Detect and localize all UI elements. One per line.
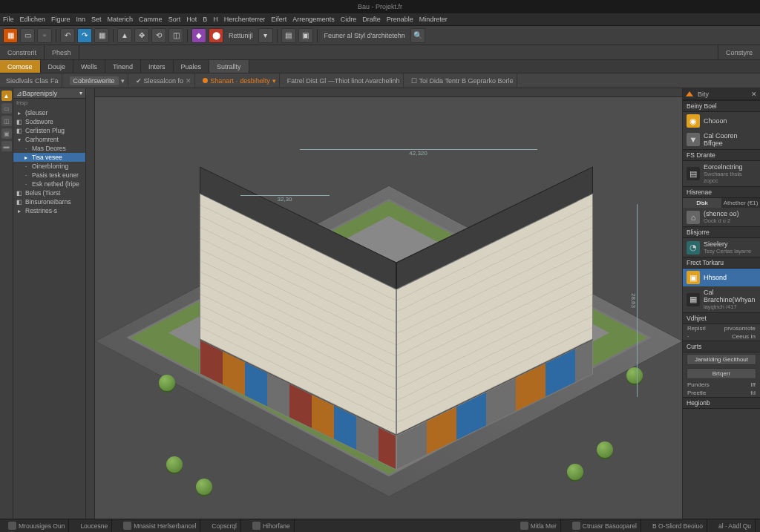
chevron-down-icon[interactable]: ▾ xyxy=(272,77,276,85)
material-icon[interactable]: ◆ xyxy=(191,28,206,43)
menu-item[interactable]: B xyxy=(203,16,207,23)
panel-row[interactable]: ▼Cal Cooren Bffqee xyxy=(683,130,760,149)
record-icon[interactable]: ⬤ xyxy=(209,28,223,43)
property-field[interactable]: Preetlefd xyxy=(683,389,760,397)
panel-row[interactable]: ▤EorcelnctringSwchaare thsla zopcc xyxy=(683,161,760,186)
scale-icon[interactable]: ◫ xyxy=(168,28,183,43)
tree-item[interactable]: ▸Tisa vesee xyxy=(13,153,85,162)
ribbon-tab[interactable]: Douje xyxy=(41,60,74,73)
properties-panel: Bity ✕ Beiny Boel ◉Chooon▼Cal Cooren Bff… xyxy=(682,88,760,519)
panel-row[interactable]: ◔SieeleryTssy Certas layarre xyxy=(683,238,760,257)
tree-item[interactable]: ◧Cerlisten Plug xyxy=(13,126,85,135)
tree-item[interactable]: ▸Restrines-s xyxy=(13,206,85,215)
tree-item[interactable]: ◧Binsuroneibarns xyxy=(13,197,85,206)
move-icon[interactable]: ✥ xyxy=(134,28,149,43)
tab-phase[interactable]: Phesh xyxy=(45,45,79,59)
tab-configure[interactable]: Constyre xyxy=(718,45,760,59)
dropdown-icon[interactable]: ▾ xyxy=(258,28,273,43)
menu-item[interactable]: Mindreter xyxy=(419,16,448,23)
tree-item[interactable]: ◧Belus (Tiorst xyxy=(13,188,85,197)
tab[interactable]: Disk xyxy=(683,198,721,208)
search-icon[interactable]: 🔍 xyxy=(410,28,425,43)
separator xyxy=(187,29,188,42)
undo-icon[interactable]: ↶ xyxy=(60,28,75,43)
chip[interactable]: Cobrérswerite xyxy=(70,76,119,85)
menu-item[interactable]: Hot xyxy=(186,16,197,23)
status-segment[interactable]: Loucesne xyxy=(76,519,112,532)
panel-row[interactable]: ⌂(shence oo)Oock d o 2 xyxy=(683,208,760,226)
menu-item[interactable]: Sort xyxy=(168,16,181,23)
chevron-down-icon[interactable]: ▾ xyxy=(79,90,82,96)
menu-item[interactable]: Cidre xyxy=(341,16,357,23)
tree-item[interactable]: ·Mas Deores xyxy=(13,144,85,153)
status-segment[interactable]: B O-Sliord Beoiuo xyxy=(649,519,707,532)
menu-item[interactable]: Arrengements xyxy=(292,16,335,23)
menu-item[interactable]: Camme xyxy=(139,16,163,23)
ribbon-tab[interactable]: Cemose xyxy=(0,60,41,73)
main-area: ▲ ▭ ◫ ▣ ▬ ⊿ Baprenipsly ▾ Insp ▸(sleuser… xyxy=(0,88,760,519)
open-icon[interactable]: ▭ xyxy=(20,28,35,43)
menu-item[interactable]: Edlichen xyxy=(20,16,46,23)
tab-construct[interactable]: Constrerit xyxy=(0,45,45,59)
ribbon-tab[interactable]: Inters xyxy=(141,60,174,73)
status-segment[interactable]: Mnasist Herlserbancel xyxy=(119,519,200,532)
document-tabs: Constrerit Phesh Constyre xyxy=(0,45,760,60)
menu-item[interactable]: Set xyxy=(91,16,102,23)
tree-item[interactable]: ·Esk nethed (lripe xyxy=(13,180,85,188)
ribbon-tab[interactable]: Tinend xyxy=(105,60,141,73)
status-segment[interactable]: Mitla Mer xyxy=(517,519,561,532)
tree-item[interactable]: ▸(sleuser xyxy=(13,108,85,117)
chevron-down-icon[interactable]: ▾ xyxy=(121,77,125,85)
status-icon xyxy=(252,522,261,530)
property-field[interactable]: PundersIff xyxy=(683,381,760,389)
status-segment[interactable]: Copscrql xyxy=(208,519,241,532)
menu-item[interactable]: Materich xyxy=(108,16,134,23)
snap-icon[interactable]: ▣ xyxy=(298,28,313,43)
property-field[interactable]: ·Ceeus In xyxy=(683,332,760,341)
property-field[interactable]: Repisrlprvosonrote xyxy=(683,324,760,332)
new-file-icon[interactable]: ▦ xyxy=(3,28,18,43)
viewport[interactable]: 42,320 32,30 28,63 xyxy=(86,88,682,519)
tool-select-icon[interactable]: ▲ xyxy=(1,91,12,101)
layer-icon[interactable]: ▤ xyxy=(281,28,296,43)
status-segment[interactable]: Ctruasr Basooparel xyxy=(569,519,641,532)
ribbon-tab[interactable]: Puales xyxy=(174,60,210,73)
panel-row[interactable]: ▣Hhsond xyxy=(683,269,760,286)
status-segment[interactable]: al · Aädl Qu xyxy=(715,519,756,532)
menu-item[interactable]: Drafte xyxy=(362,16,381,23)
ribbon-tab[interactable]: Wells xyxy=(73,60,105,73)
status-segment[interactable]: Hihorfane xyxy=(249,519,295,532)
3d-canvas[interactable]: 42,320 32,30 28,63 xyxy=(95,97,682,519)
save-icon[interactable]: ▫ xyxy=(37,28,52,43)
grid-icon[interactable]: ▦ xyxy=(94,28,109,43)
tree-icon: ◧ xyxy=(16,198,23,206)
status-segment[interactable]: Mrouusiges Oun xyxy=(4,519,69,532)
menu-item[interactable]: Herchenterrer xyxy=(224,16,266,23)
menu-item[interactable]: H xyxy=(213,16,218,23)
rotate-icon[interactable]: ⟲ xyxy=(151,28,166,43)
tool-slab-icon[interactable]: ▬ xyxy=(1,141,12,151)
select-icon[interactable]: ▲ xyxy=(117,28,132,43)
tree-item[interactable]: ·Pasis tesk euner xyxy=(13,171,85,180)
tool-door-icon[interactable]: ◫ xyxy=(1,116,12,126)
menu-item[interactable]: Prenable xyxy=(387,16,413,23)
button-cut-mode[interactable]: Jarwilding Gecithout xyxy=(687,354,756,365)
panel-row[interactable]: ▦Cal Brarchine(Whyanlayqtnch /417 xyxy=(683,286,760,312)
menu-item[interactable]: Eifert xyxy=(271,16,286,23)
checkbox-icon[interactable]: ☐ xyxy=(411,77,417,85)
close-icon[interactable]: ✕ xyxy=(186,77,191,85)
tree-item[interactable]: ▾Carhomrent xyxy=(13,135,85,144)
tab[interactable]: Athether (€1) xyxy=(721,198,760,208)
close-icon[interactable]: ✕ xyxy=(751,91,757,98)
redo-icon[interactable]: ↷ xyxy=(77,28,92,43)
tree-item[interactable]: ·Oinerblorring xyxy=(13,162,85,171)
button-cut-apply[interactable]: Brtqerr xyxy=(687,368,756,379)
tree-item[interactable]: ◧Sodswore xyxy=(13,117,85,126)
tool-window-icon[interactable]: ▣ xyxy=(1,128,12,139)
menu-item[interactable]: File xyxy=(3,16,14,23)
ribbon-tab[interactable]: Sutrallty xyxy=(209,60,249,73)
panel-row[interactable]: ◉Chooon xyxy=(683,112,760,130)
menu-item[interactable]: Figure xyxy=(51,16,71,23)
tool-wall-icon[interactable]: ▭ xyxy=(1,103,12,114)
menu-item[interactable]: Inn xyxy=(76,16,86,23)
